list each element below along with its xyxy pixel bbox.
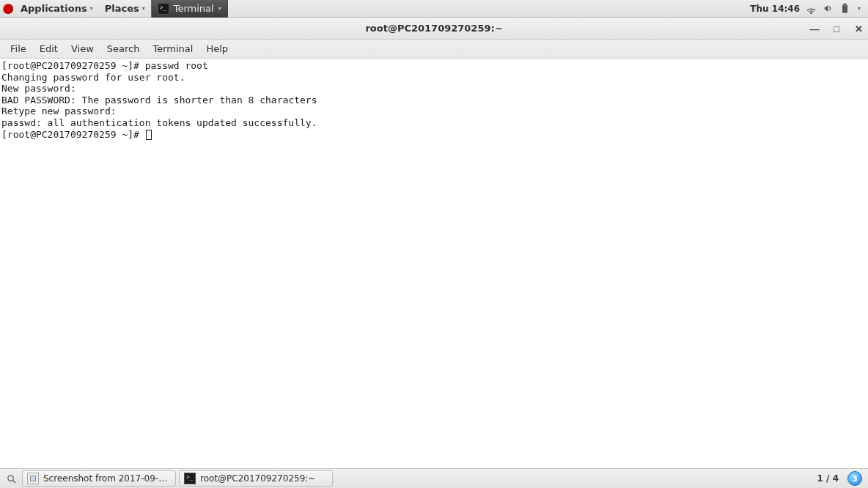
menu-search[interactable]: Search [101,42,146,56]
distro-logo-icon [3,4,13,14]
svg-point-0 [811,12,812,14]
places-menu[interactable]: Places ▾ [102,3,148,14]
top-panel: Applications ▾ Places ▾ Terminal ▾ Thu 1… [0,0,868,18]
taskbar-item-label: Screenshot from 2017-09-26 1... [43,473,171,484]
svg-point-4 [7,475,13,481]
menu-help[interactable]: Help [200,42,234,56]
minimize-button[interactable]: — [809,24,820,34]
task-bar: Screenshot from 2017-09-26 1... root@PC2… [0,468,868,488]
chevron-down-icon: ▾ [142,5,145,12]
taskbar-item-screenshot[interactable]: Screenshot from 2017-09-26 1... [22,470,176,487]
svg-rect-3 [844,7,847,12]
places-menu-label: Places [105,3,139,14]
volume-icon[interactable] [823,3,834,14]
chevron-down-icon: ▾ [90,5,93,12]
window-titlebar[interactable]: root@PC201709270259:~ — □ ✕ [0,18,868,40]
terminal-line: Retype new password: [1,106,122,117]
menubar: File Edit View Search Terminal Help [0,40,868,59]
cursor [146,130,152,140]
menu-file[interactable]: File [4,42,32,56]
terminal-body[interactable]: [root@PC201709270259 ~]# passwd root Cha… [0,59,868,468]
terminal-line: passwd: all authentication tokens update… [1,117,317,128]
applications-menu[interactable]: Applications ▾ [18,3,96,14]
terminal-line: Changing password for user root. [1,72,185,83]
close-button[interactable]: ✕ [853,24,864,34]
svg-rect-2 [844,4,846,4]
terminal-line: BAD PASSWORD: The password is shorter th… [1,95,317,106]
window-title: root@PC201709270259:~ [365,23,502,34]
active-app-tab[interactable]: Terminal ▾ [151,0,228,18]
network-icon[interactable] [806,3,817,14]
maximize-button[interactable]: □ [831,24,842,34]
chevron-down-icon[interactable]: ▾ [858,5,861,12]
terminal-window: root@PC201709270259:~ — □ ✕ File Edit Vi… [0,18,868,468]
image-icon [27,473,39,484]
workspace-indicator[interactable]: 1 / 4 [812,473,845,484]
show-desktop-button[interactable] [3,470,19,487]
terminal-icon [158,3,169,15]
chevron-down-icon: ▾ [218,5,221,12]
terminal-icon [184,473,196,484]
notification-badge[interactable]: 3 [847,471,862,486]
menu-edit[interactable]: Edit [34,42,64,56]
clock[interactable]: Thu 14:46 [750,4,800,14]
terminal-prompt: [root@PC201709270259 ~]# [1,129,145,140]
taskbar-item-terminal[interactable]: root@PC201709270259:~ [179,470,333,487]
terminal-line: [root@PC201709270259 ~]# passwd root [1,60,208,71]
active-app-label: Terminal [174,3,214,14]
menu-terminal[interactable]: Terminal [147,42,199,56]
taskbar-item-label: root@PC201709270259:~ [200,473,315,484]
menu-view[interactable]: View [65,42,100,56]
terminal-line: New password: [1,83,82,94]
applications-menu-label: Applications [21,3,87,14]
battery-icon[interactable] [839,3,850,14]
